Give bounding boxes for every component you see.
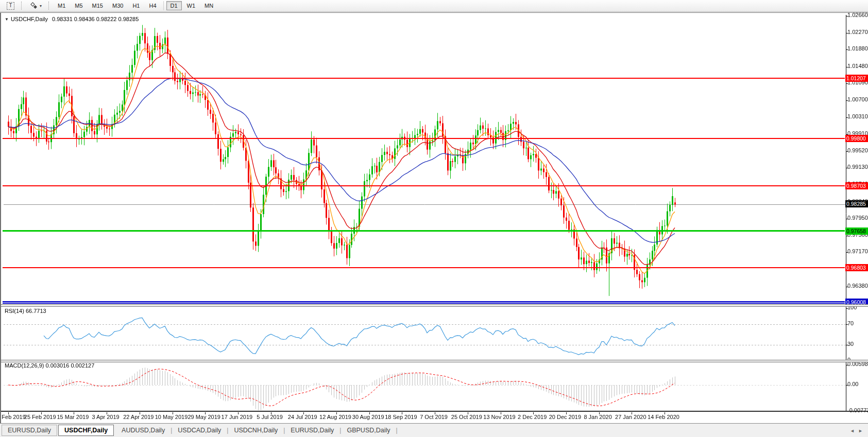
symbol-label: USDCHF,Daily bbox=[11, 16, 48, 22]
chart-tab-usdcad-daily[interactable]: USDCAD,Daily bbox=[172, 425, 227, 435]
timeframe-button-mn[interactable]: MN bbox=[200, 1, 217, 10]
timeframe-button-h4[interactable]: H4 bbox=[145, 1, 160, 10]
tool-dropdown-caret[interactable]: ▾ bbox=[40, 4, 42, 8]
timeframe-button-h1[interactable]: H1 bbox=[128, 1, 144, 10]
chart-tab-eurusd-daily[interactable]: EURUSD,Daily bbox=[285, 425, 339, 435]
toolbar-grip2[interactable] bbox=[48, 2, 51, 10]
time-axis-border bbox=[1, 411, 868, 412]
symbol-ohlc-line[interactable]: ▼USDCHF,Daily0.98331 0.98436 0.98222 0.9… bbox=[5, 16, 139, 22]
timeframe-button-d1[interactable]: D1 bbox=[166, 1, 182, 10]
timeframe-button-m30[interactable]: M30 bbox=[108, 1, 127, 10]
tab-scroll-right-button[interactable]: ► bbox=[858, 428, 863, 433]
text-tool-icon: T bbox=[7, 2, 14, 10]
timeframe-button-m5[interactable]: M5 bbox=[71, 1, 87, 10]
ohlc-values: 0.98331 0.98436 0.98222 0.98285 bbox=[52, 16, 139, 22]
timeframe-button-m1[interactable]: M1 bbox=[54, 1, 70, 10]
chart-tab-eurusd-daily[interactable]: EURUSD,Daily bbox=[2, 425, 57, 436]
timeframe-button-group: M1M5M15M30H1H4D1W1MN bbox=[53, 1, 218, 10]
arrange-tool-button[interactable]: ▾ bbox=[26, 1, 46, 10]
macd-indicator-label: MACD(12,26,9) 0.003016 0.002127 bbox=[5, 362, 94, 369]
diagonal-arrows-icon bbox=[30, 2, 38, 9]
chart-tab-usdcnh-daily[interactable]: USDCNH,Daily bbox=[228, 425, 283, 435]
timeframe-button-w1[interactable]: W1 bbox=[183, 1, 200, 10]
chart-tab-bar: EURUSD,DailyUSDCHF,DailyAUDUSD,Daily|USD… bbox=[0, 423, 868, 437]
tab-separator: | bbox=[396, 427, 398, 434]
toolbar-grip[interactable] bbox=[21, 2, 24, 10]
symbol-collapse-icon[interactable]: ▼ bbox=[5, 17, 9, 22]
pane-separator-rsi[interactable] bbox=[1, 304, 868, 307]
chart-tab-usdchf-daily[interactable]: USDCHF,Daily bbox=[58, 425, 114, 436]
toolbar-separator bbox=[163, 1, 164, 10]
pane-separator-macd[interactable] bbox=[1, 360, 868, 362]
rsi-indicator-label: RSI(14) 66.7713 bbox=[5, 308, 46, 314]
chart-tab-audusd-daily[interactable]: AUDUSD,Daily bbox=[116, 425, 171, 435]
tab-scroll-left-button[interactable]: ◄ bbox=[850, 428, 855, 433]
text-tool-button[interactable]: T bbox=[3, 1, 19, 10]
chart-tab-gbpusd-daily[interactable]: GBPUSD,Daily bbox=[341, 425, 396, 435]
toolbar: T ▾ M1M5M15M30H1H4D1W1MN bbox=[0, 0, 868, 12]
timeframe-button-m15[interactable]: M15 bbox=[88, 1, 107, 10]
